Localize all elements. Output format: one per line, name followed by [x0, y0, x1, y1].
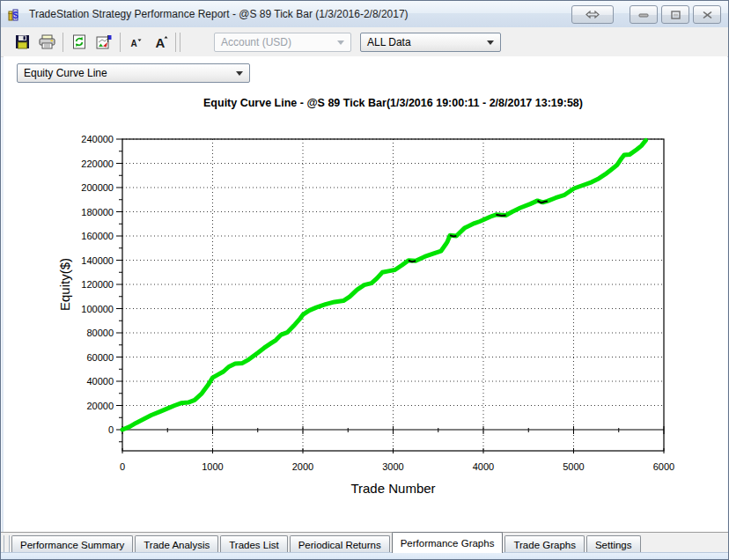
save-button[interactable]: [11, 32, 33, 53]
x-tick-label: 6000: [653, 461, 674, 472]
export-report-button[interactable]: [92, 32, 115, 53]
tab-settings[interactable]: Settings: [586, 535, 641, 553]
x-tick-label: 2000: [292, 461, 313, 472]
close-button[interactable]: [693, 5, 721, 24]
y-tick-label: 120000: [81, 279, 114, 290]
tab-trade-graphs[interactable]: Trade Graphs: [504, 535, 585, 553]
x-tick-label: 1000: [202, 461, 223, 472]
restore-button[interactable]: [661, 5, 689, 24]
svg-text:A: A: [130, 39, 136, 48]
chevron-down-icon: [337, 41, 344, 45]
window-title: TradeStation Strategy Performance Report…: [29, 8, 409, 20]
drawdown-segment: [496, 215, 505, 216]
y-tick-label: 0: [108, 424, 114, 435]
x-tick-label: 4000: [473, 461, 494, 472]
decrease-font-button[interactable]: A: [125, 32, 148, 53]
chevron-down-icon: [236, 71, 243, 76]
status-bar: [1, 552, 728, 560]
y-axis-title: Equity($): [57, 258, 72, 311]
export-report-icon: [96, 34, 113, 49]
data-range-dropdown[interactable]: ALL Data: [360, 33, 501, 52]
account-dropdown-value: Account (USD): [221, 36, 291, 48]
graph-type-dropdown[interactable]: Equity Curve Line: [17, 63, 250, 83]
drawdown-segment: [450, 235, 456, 236]
refresh-page-icon: [72, 34, 86, 49]
refresh-button[interactable]: [68, 32, 91, 53]
y-tick-label: 200000: [81, 182, 114, 193]
y-tick-label: 20000: [86, 401, 114, 411]
y-tick-label: 220000: [81, 158, 114, 169]
equity-curve-line: [122, 140, 646, 430]
x-tick-label: 3000: [382, 461, 403, 472]
print-button[interactable]: [35, 32, 58, 53]
chevron-down-icon: [487, 41, 494, 45]
x-tick-label: 0: [120, 461, 125, 472]
y-tick-label: 140000: [81, 255, 114, 266]
y-tick-label: 100000: [81, 304, 114, 314]
y-tick-label: 40000: [86, 376, 114, 387]
tab-periodical-returns[interactable]: Periodical Returns: [290, 535, 390, 553]
report-content: Equity Curve Line Equity Curve Line - @S…: [4, 56, 727, 532]
tab-bar-grip[interactable]: [4, 535, 10, 553]
x-axis-title: Trade Number: [350, 481, 435, 496]
chart-title: Equity Curve Line - @S 89 Tick Bar(1/3/2…: [105, 97, 681, 109]
toolbar: A A Account (USD) ALL Data: [1, 27, 728, 57]
svg-text:$: $: [12, 10, 18, 20]
y-tick-label: 160000: [81, 231, 114, 241]
equity-chart-svg: 0200004000060000800001000001200001400001…: [52, 126, 682, 513]
tab-performance-summary[interactable]: Performance Summary: [11, 535, 133, 553]
y-tick-label: 60000: [86, 352, 114, 363]
tab-performance-graphs[interactable]: Performance Graphs: [392, 532, 504, 553]
floppy-disk-icon: [15, 34, 30, 49]
printer-icon: [39, 34, 55, 49]
small-a-icon: A: [129, 35, 144, 49]
x-tick-label: 5000: [563, 461, 584, 472]
y-tick-label: 80000: [86, 328, 114, 338]
y-tick-label: 180000: [81, 207, 114, 217]
graph-type-dropdown-value: Equity Curve Line: [24, 67, 107, 79]
tab-bar: Performance SummaryTrade AnalysisTrades …: [1, 532, 728, 553]
app-icon: $: [8, 7, 24, 21]
tradestation-report-window: $ TradeStation Strategy Performance Repo…: [0, 0, 729, 560]
tab-trades-list[interactable]: Trades List: [220, 535, 287, 553]
increase-font-button[interactable]: A: [150, 32, 173, 53]
expand-width-button[interactable]: [571, 5, 614, 24]
y-tick-label: 240000: [81, 134, 114, 144]
tab-trade-analysis[interactable]: Trade Analysis: [135, 535, 218, 553]
account-dropdown[interactable]: Account (USD): [214, 33, 351, 52]
svg-text:A: A: [156, 35, 166, 49]
large-a-icon: A: [153, 34, 169, 49]
title-bar[interactable]: $ TradeStation Strategy Performance Repo…: [1, 1, 728, 27]
data-range-dropdown-value: ALL Data: [367, 36, 411, 48]
minimize-button[interactable]: [630, 5, 658, 24]
